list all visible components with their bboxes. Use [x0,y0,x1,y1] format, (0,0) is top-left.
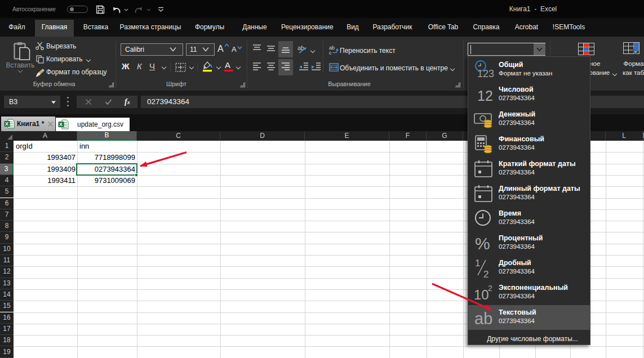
svg-text:1: 1 [475,258,480,268]
svg-text:12: 12 [477,88,493,104]
svg-text:2: 2 [483,269,488,280]
svg-text:%: % [475,234,490,253]
svg-text:c: c [329,50,332,55]
svg-text:2: 2 [488,284,492,293]
svg-text:X: X [5,121,8,127]
svg-text:123: 123 [477,68,494,79]
svg-text:X: X [59,122,63,127]
svg-text:10: 10 [474,287,489,302]
svg-text:ab: ab [474,310,492,328]
